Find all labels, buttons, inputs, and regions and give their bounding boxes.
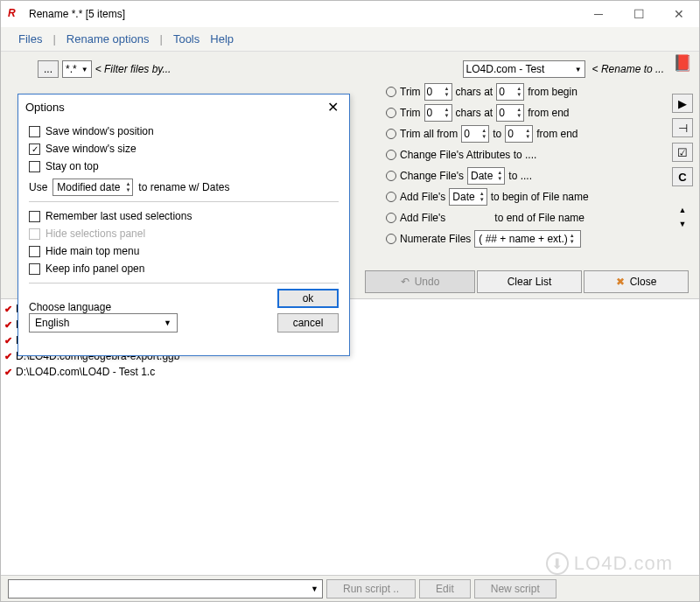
chevron-down-icon: ▼: [164, 318, 172, 327]
trim-end-count[interactable]: ▲▼: [424, 104, 452, 122]
separator: [29, 283, 339, 284]
opt-trim-all[interactable]: Trim all from ▲▼ to ▲▼ from end: [386, 123, 589, 144]
opt-add-begin[interactable]: Add File's Date▲▼ to begin of File name: [386, 186, 589, 207]
right-toolbar: 📕 ▶ ⊣ ☑ C ▲ ▼: [671, 53, 694, 228]
close-icon: ✖: [616, 276, 625, 288]
menu-separator: |: [160, 32, 163, 46]
scroll-down-icon[interactable]: ▼: [679, 220, 687, 228]
run-script-button[interactable]: Run script ..: [326, 579, 416, 598]
chevron-down-icon: ▼: [311, 584, 318, 593]
separator: [29, 201, 339, 202]
rename-options-column: Trim ▲▼ chars at ▲▼ from begin Trim ▲▼ c…: [386, 81, 589, 249]
opt-add-end[interactable]: Add File's to end of File name: [386, 207, 589, 228]
check-icon: ✔: [4, 319, 12, 331]
opt-numerate[interactable]: Numerate Files ( ## + name + ext.)▲▼: [386, 228, 589, 249]
rename-to-dropdown[interactable]: LO4D.com - Test ▼: [463, 60, 585, 78]
checkbox-hide-selections: [29, 228, 40, 240]
window-title: Rename *.* [5 items]: [29, 8, 125, 20]
titlebar: R Rename *.* [5 items] ─ ☐ ✕: [1, 1, 699, 27]
chevron-down-icon: ▼: [575, 66, 582, 74]
close-button[interactable]: ✖Close: [584, 270, 689, 293]
menu-help[interactable]: Help: [210, 32, 234, 46]
play-button[interactable]: ▶: [672, 94, 693, 113]
trim-begin-count[interactable]: ▲▼: [424, 83, 452, 101]
radio-icon: [386, 171, 396, 181]
add-begin-field[interactable]: Date▲▼: [449, 188, 486, 206]
rename-to-hint: < Rename to ...: [592, 63, 664, 75]
menu-tools[interactable]: Tools: [173, 32, 200, 46]
trim-begin-at[interactable]: ▲▼: [496, 83, 524, 101]
radio-icon: [386, 129, 396, 139]
radio-icon: [386, 87, 396, 97]
language-dropdown[interactable]: English ▼: [29, 313, 178, 332]
checkbox-hide-main-menu[interactable]: [29, 246, 40, 257]
check-icon: ✔: [4, 304, 12, 315]
checkbox-save-size[interactable]: ✓: [29, 144, 40, 155]
main-window: R Rename *.* [5 items] ─ ☐ ✕ Files | Ren…: [0, 0, 700, 602]
radio-icon: [386, 108, 396, 118]
check-button[interactable]: ☑: [672, 143, 693, 162]
bottom-bar: ▼ Run script .. Edit New script: [1, 575, 699, 601]
menubar: Files | Rename options | Tools Help: [1, 27, 699, 52]
checkbox-remember-selections[interactable]: [29, 211, 40, 222]
filter-value: *.*: [66, 63, 77, 75]
radio-icon: [386, 213, 396, 223]
use-date-field[interactable]: Modified date▲▼: [52, 178, 133, 196]
dialog-title: Options: [25, 101, 65, 114]
chevron-down-icon: ▼: [81, 66, 88, 74]
filter-dropdown[interactable]: *.* ▼: [62, 60, 92, 78]
edit-script-button[interactable]: Edit: [419, 579, 471, 598]
menu-files[interactable]: Files: [18, 32, 42, 46]
check-icon: ✔: [4, 367, 12, 378]
c-button[interactable]: C: [672, 167, 693, 186]
app-icon: R: [8, 7, 22, 21]
scroll-up-icon[interactable]: ▲: [679, 206, 687, 214]
undo-button[interactable]: ↶ Undo: [365, 270, 475, 293]
checkbox-stay-on-top[interactable]: [29, 161, 40, 172]
watermark: ⬇ LO4D.com: [546, 552, 673, 575]
opt-trim-begin[interactable]: Trim ▲▼ chars at ▲▼ from begin: [386, 81, 589, 102]
script-combo[interactable]: ▼: [8, 579, 323, 598]
trim-all-from[interactable]: ▲▼: [461, 125, 489, 143]
pin-button[interactable]: ⊣: [672, 118, 693, 137]
help-book-icon[interactable]: 📕: [673, 53, 692, 73]
radio-icon: [386, 192, 396, 202]
dialog-titlebar: Options ✕: [18, 94, 349, 119]
choose-language-label: Choose language: [29, 301, 269, 313]
filter-hint: < Filter files by...: [95, 63, 172, 75]
list-item[interactable]: ✔D:\LO4D.com\LO4D - Test 1.c: [4, 364, 696, 380]
checkbox-keep-info-panel[interactable]: [29, 263, 40, 275]
download-icon: ⬇: [546, 552, 569, 575]
close-window-button[interactable]: ✕: [659, 1, 699, 27]
change-date-field[interactable]: Date▲▼: [467, 167, 505, 185]
checkbox-save-position[interactable]: [29, 126, 40, 137]
menu-separator: |: [52, 32, 55, 46]
trim-all-to[interactable]: ▲▼: [505, 125, 533, 143]
opt-change-date[interactable]: Change File's Date▲▼ to ....: [386, 165, 589, 186]
menu-rename-options[interactable]: Rename options: [66, 32, 150, 46]
options-dialog: Options ✕ Save window's position ✓Save w…: [18, 94, 350, 356]
rename-to-value: LO4D.com - Test: [466, 63, 545, 75]
check-icon: ✔: [4, 351, 12, 362]
minimize-button[interactable]: ─: [578, 1, 619, 27]
opt-change-attr[interactable]: Change File's Attributes to ....: [386, 144, 589, 165]
trim-end-at[interactable]: ▲▼: [496, 104, 524, 122]
numerate-format[interactable]: ( ## + name + ext.)▲▼: [474, 230, 580, 248]
ok-button[interactable]: ok: [277, 289, 339, 308]
clear-list-button[interactable]: Clear List: [477, 270, 582, 293]
cancel-button[interactable]: cancel: [277, 313, 339, 332]
dialog-close-button[interactable]: ✕: [324, 99, 342, 116]
new-script-button[interactable]: New script: [474, 579, 556, 598]
radio-icon: [386, 150, 396, 160]
radio-icon: [386, 234, 396, 244]
check-icon: ✔: [4, 335, 12, 346]
browse-button[interactable]: ...: [38, 60, 59, 78]
opt-trim-end[interactable]: Trim ▲▼ chars at ▲▼ from end: [386, 102, 589, 123]
maximize-button[interactable]: ☐: [619, 1, 659, 27]
